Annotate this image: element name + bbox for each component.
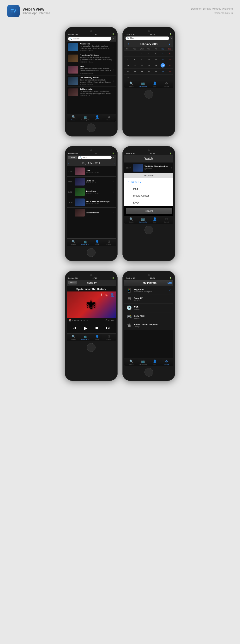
home-button-4[interactable] — [145, 226, 153, 234]
day-list-item[interactable]: Californication › — [67, 208, 116, 218]
cal-cell[interactable]: 17 — [148, 64, 150, 68]
cal-cell[interactable]: 27 — [169, 70, 171, 74]
cal-cell[interactable]: 11 — [155, 57, 157, 61]
filter-bar-2[interactable]: 🔍 filter ✕ — [124, 36, 173, 40]
nav-search-3[interactable]: 🔍 Search — [68, 240, 79, 245]
home-button-2[interactable] — [145, 90, 153, 98]
cal-cell[interactable]: 24 — [148, 70, 150, 74]
cal-cell[interactable]: 5 — [162, 52, 163, 56]
share-icon[interactable]: 👤 — [110, 293, 114, 297]
edit-button[interactable]: Edit — [168, 282, 172, 284]
cancel-button[interactable]: Cancel — [126, 208, 172, 214]
list-item[interactable]: The Academy Awards Oscar, is an accolade… — [67, 76, 116, 87]
nav-share[interactable]: 👤 Share — [91, 115, 103, 121]
cal-cell[interactable]: 26 — [162, 70, 164, 74]
nav-search[interactable]: 🔍 Search — [68, 115, 79, 121]
cal-cell[interactable]: 16 — [141, 64, 143, 68]
nav-catchup-5[interactable]: 📺 Catch-up TV — [79, 335, 91, 340]
player-list-item[interactable]: 📽 Home Theater Projector Lounge — [124, 321, 173, 330]
cal-cell[interactable]: 3 — [148, 52, 149, 56]
filter-clear-2[interactable]: ✕ — [170, 37, 172, 40]
cal-cell[interactable]: 14 — [127, 64, 129, 68]
cal-cell[interactable]: 1 — [134, 52, 135, 56]
filter-bar-3[interactable]: ‹ Back 🔍 filter ✕ — [67, 155, 116, 160]
forward-button[interactable]: ⏭ — [106, 326, 110, 330]
day-list-item[interactable]: 9:25 Terra Nova 2011-03-17 • 48 min › — [67, 187, 116, 197]
nav-control-4[interactable]: ⚙ Control — [161, 217, 172, 223]
cal-cell[interactable]: 7 — [127, 57, 128, 61]
list-item[interactable]: Waterworld In a future where the polar i… — [67, 42, 116, 53]
info-icon[interactable]: ℹ — [101, 293, 102, 297]
back-button-3[interactable]: ‹ Back — [68, 156, 77, 159]
cal-today[interactable]: 19 — [161, 63, 165, 68]
nav-catchup[interactable]: 📺 Catch-up TV — [79, 115, 91, 121]
day-list-item[interactable]: 8:10 Lie to Me 2011-02-03 • 48 min › — [67, 176, 116, 187]
player-list-item[interactable]: 🖥 Sony TV Kitchen — [124, 295, 173, 304]
player-list-item[interactable]: 🎮 Sony PS 3 Lounge — [124, 312, 173, 321]
cal-cell[interactable]: 25 — [155, 70, 157, 74]
nav-catchup-2[interactable]: 📺 Catch-up TV — [137, 82, 149, 87]
cal-cell[interactable]: 8 — [134, 57, 135, 61]
search-input-1[interactable]: 🔍 search — [68, 37, 111, 40]
nav-control-5[interactable]: ⚙ Control — [103, 335, 115, 340]
cal-cell[interactable]: 28 — [127, 75, 129, 79]
nav-buzz-6[interactable]: 👤 Buzz — [149, 360, 161, 365]
player-list-item[interactable]: 📱 My phone Enter device description ☑ — [124, 286, 173, 295]
bookmark-icon[interactable]: 🔖 — [104, 293, 108, 297]
filter-clear-3[interactable]: ✕ — [113, 156, 114, 159]
nav-control-6[interactable]: ⚙ Control — [161, 360, 172, 365]
cal-cell[interactable]: 22 — [134, 70, 136, 74]
list-item[interactable]: Glee Glee is a musical comedy-drama tele… — [67, 64, 116, 76]
cal-cell[interactable]: 21 — [127, 70, 129, 74]
cal-cell[interactable]: 4 — [155, 52, 156, 56]
back-button-5[interactable]: ‹ Back — [68, 281, 77, 284]
search-clear-1[interactable]: ✕ — [112, 38, 114, 40]
cal-cell[interactable]: 6 — [169, 52, 170, 56]
cal-cell[interactable]: 13 — [169, 57, 171, 61]
nav-buzz-2[interactable]: 👤 Buzz — [149, 82, 161, 87]
cal-cell[interactable]: 9 — [141, 57, 142, 61]
stop-button[interactable]: ⏹ — [95, 326, 99, 330]
rewind-button[interactable]: ⏮ — [72, 326, 76, 330]
player-option-dvd[interactable]: DVD — [124, 199, 173, 206]
nav-control[interactable]: ⚙ Control — [103, 115, 115, 121]
filter-input-2[interactable]: 🔍 filter — [126, 36, 169, 40]
nav-control-3[interactable]: ⚙ Control — [103, 240, 115, 245]
cal-cell[interactable]: 2 — [141, 52, 142, 56]
nav-search-2[interactable]: 🔍 Search — [125, 82, 137, 87]
nav-catchup-6[interactable]: 📺 Catch-up TV — [137, 360, 149, 365]
nav-search-5[interactable]: 🔍 Search — [68, 335, 79, 340]
player-option-ps3[interactable]: PS3 — [124, 185, 173, 192]
home-button-5[interactable] — [87, 343, 95, 352]
home-button-3[interactable] — [87, 248, 95, 257]
day-next[interactable]: › — [113, 161, 114, 165]
search-bar-1[interactable]: 🔍 search ✕ — [67, 36, 116, 42]
cal-cell[interactable]: 20 — [169, 64, 171, 68]
list-item[interactable]: Californication The series revolves arou… — [67, 87, 116, 98]
player-list-item[interactable]: 💿 DVD Lounge — [124, 304, 173, 312]
nav-buzz-5[interactable]: 👤 Buzz — [91, 335, 103, 340]
nav-control-2[interactable]: ⚙ Control — [161, 82, 172, 87]
nav-buzz-3[interactable]: 👤 Buzz — [91, 240, 103, 245]
cal-cell[interactable]: 18 — [155, 64, 157, 68]
player-option-mediacenter[interactable]: Media Center — [124, 192, 173, 199]
home-button-6[interactable] — [145, 368, 153, 376]
cal-prev[interactable]: ‹ — [126, 42, 131, 46]
cal-cell[interactable]: 12 — [162, 57, 164, 61]
list-item[interactable]: From Dusk Till Dawn Brothers Seth and Ri… — [67, 53, 116, 64]
day-list-item[interactable]: 10:10 World Ski Championships 2011-01-10… — [67, 197, 116, 208]
day-prev[interactable]: ‹ — [68, 161, 69, 165]
home-button-1[interactable] — [87, 124, 95, 132]
play-button[interactable]: ▶ — [84, 325, 87, 331]
cal-cell[interactable]: 23 — [141, 70, 143, 74]
nav-catchup-3[interactable]: 📺 Catch-up TV — [79, 240, 91, 245]
cal-cell[interactable]: 10 — [148, 57, 150, 61]
filter-input-3[interactable]: 🔍 filter — [78, 156, 112, 159]
cal-next[interactable]: › — [167, 42, 172, 46]
cal-cell[interactable]: 15 — [134, 64, 136, 68]
nav-catchup-4[interactable]: 📺 Catch-up TV — [137, 217, 149, 223]
nav-search-6[interactable]: 🔍 Search — [125, 360, 137, 365]
day-list-item[interactable]: 7:05 Glee 2011-01-09 • 45 min › — [67, 166, 116, 176]
player-option-sony[interactable]: ✓ Sony TV — [124, 178, 173, 185]
nav-search-4[interactable]: 🔍 Search — [125, 217, 137, 223]
